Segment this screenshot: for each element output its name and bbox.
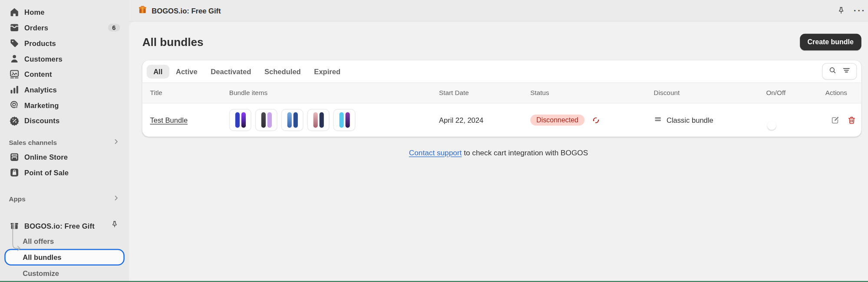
home-icon — [9, 7, 20, 17]
sidebar-item-label: Content — [24, 70, 52, 78]
snowboard-image — [235, 112, 239, 128]
pin-icon[interactable] — [110, 220, 120, 231]
bundle-item-thumbnail[interactable] — [255, 109, 277, 131]
sidebar-item-all-offers[interactable]: All offers — [4, 233, 125, 249]
bundle-item-thumbnail[interactable] — [333, 109, 355, 131]
tab-all[interactable]: All — [147, 65, 169, 79]
table-header-row: Title Bundle items Start Date Status Dis… — [142, 82, 861, 103]
image-icon — [9, 69, 20, 79]
app-top-bar: BOGOS.io: Free Gift ··· — [129, 0, 868, 22]
gift-icon — [9, 220, 20, 231]
sidebar-item-customize[interactable]: Customize — [4, 266, 125, 281]
delete-trash-icon[interactable] — [846, 115, 856, 125]
bundle-type-icon — [654, 115, 662, 125]
sidebar-item-label: Analytics — [24, 85, 57, 94]
tab-scheduled[interactable]: Scheduled — [258, 65, 307, 79]
chevron-right-icon — [112, 138, 120, 148]
sidebar-item-label: Discounts — [24, 116, 59, 125]
tab-active[interactable]: Active — [169, 65, 204, 79]
search-and-filter-button[interactable] — [822, 63, 857, 79]
orders-icon — [9, 22, 20, 33]
sidebar-item-discounts[interactable]: Discounts — [4, 113, 125, 128]
app-title: BOGOS.io: Free Gift — [152, 7, 221, 15]
sidebar-item-label: All bundles — [23, 253, 61, 261]
page-header: All bundles Create bundle — [129, 22, 868, 60]
sidebar-item-label: Customize — [23, 269, 59, 277]
reconnect-refresh-icon[interactable] — [591, 115, 601, 125]
app-window: Home Orders 6 Products Customers C — [0, 0, 868, 282]
bar-chart-icon — [9, 84, 20, 95]
sales-channels-section-header[interactable]: Sales channels — [4, 136, 125, 150]
snowboard-image — [345, 112, 350, 128]
snowboard-image — [339, 112, 343, 128]
bundles-card: All Active Deactivated Scheduled Expired… — [142, 60, 861, 137]
sidebar-item-label: Products — [24, 39, 56, 47]
snowboard-image — [293, 112, 297, 128]
snowboard-image — [241, 112, 245, 128]
more-options-icon[interactable]: ··· — [854, 6, 866, 16]
sidebar-item-online-store[interactable]: Online Store — [4, 149, 125, 165]
page-title: All bundles — [142, 36, 204, 49]
filter-tabs: All Active Deactivated Scheduled Expired — [142, 60, 861, 82]
top-bar-actions: ··· — [836, 6, 868, 16]
tab-deactivated[interactable]: Deactivated — [204, 65, 258, 79]
snowboard-image — [287, 112, 291, 128]
sidebar-item-label: BOGOS.io: Free Gift — [24, 222, 95, 230]
search-icon — [828, 66, 837, 77]
contact-support-link[interactable]: Contact support — [409, 149, 462, 157]
snowboard-image — [261, 112, 265, 128]
tag-icon — [9, 38, 20, 49]
sidebar-item-all-bundles-active[interactable]: All bundles — [4, 249, 125, 266]
section-label: Sales channels — [9, 139, 57, 147]
column-header-status: Status — [530, 89, 653, 97]
discount-type-label: Classic bundle — [667, 116, 713, 124]
apps-section-header[interactable]: Apps — [4, 193, 125, 206]
sidebar-item-label: Marketing — [24, 101, 59, 109]
sidebar-item-label: Orders — [24, 23, 48, 32]
column-header-start-date: Start Date — [439, 89, 530, 97]
sidebar-item-analytics[interactable]: Analytics — [4, 82, 125, 98]
sidebar-item-marketing[interactable]: Marketing — [4, 97, 125, 113]
status-badge: Disconnected — [530, 115, 584, 125]
sidebar-item-content[interactable]: Content — [4, 66, 125, 82]
gift-icon — [138, 5, 147, 16]
status-cell: Disconnected — [530, 115, 653, 125]
sidebar-item-orders[interactable]: Orders 6 — [4, 20, 125, 36]
pin-icon[interactable] — [836, 6, 846, 16]
sidebar-item-home[interactable]: Home — [4, 4, 125, 20]
create-bundle-button[interactable]: Create bundle — [800, 34, 861, 50]
sidebar-item-customers[interactable]: Customers — [4, 51, 125, 66]
bundle-item-thumbnail[interactable] — [307, 109, 330, 131]
snowboard-image — [267, 112, 271, 128]
sidebar-item-label: Customers — [24, 55, 63, 63]
toggle-knob — [767, 121, 776, 130]
bundle-items-thumbnails — [229, 109, 439, 131]
actions-cell — [825, 115, 861, 125]
snowboard-image — [313, 112, 317, 128]
person-icon — [9, 53, 20, 64]
sidebar-item-label: All offers — [23, 237, 54, 245]
column-header-actions: Actions — [825, 89, 861, 97]
sidebar-item-label: Home — [24, 8, 45, 16]
snowboard-image — [319, 112, 323, 128]
column-header-title: Title — [150, 89, 229, 97]
app-title-group: BOGOS.io: Free Gift — [129, 5, 221, 16]
column-header-onoff: On/Off — [766, 89, 825, 97]
sidebar-item-products[interactable]: Products — [4, 36, 125, 51]
sidebar-item-bogos-app[interactable]: BOGOS.io: Free Gift — [4, 218, 125, 233]
support-note: Contact support to check cart integratio… — [129, 149, 868, 157]
bundle-item-thumbnail[interactable] — [281, 109, 304, 131]
discount-badge-icon — [9, 115, 20, 126]
bundle-item-thumbnail[interactable] — [229, 109, 251, 131]
discount-cell: Classic bundle — [654, 115, 766, 125]
sidebar-item-point-of-sale[interactable]: Point of Sale — [4, 165, 125, 180]
pos-bag-icon — [9, 167, 20, 178]
support-note-text: to check cart integration with BOGOS — [462, 149, 588, 157]
tab-expired[interactable]: Expired — [307, 65, 347, 79]
table-row: Test Bundle — [142, 103, 861, 136]
edit-icon[interactable] — [830, 115, 840, 125]
section-label: Apps — [9, 195, 25, 203]
column-header-discount: Discount — [654, 89, 766, 97]
column-header-bundle-items: Bundle items — [229, 89, 439, 97]
bundle-title-link[interactable]: Test Bundle — [150, 116, 188, 124]
